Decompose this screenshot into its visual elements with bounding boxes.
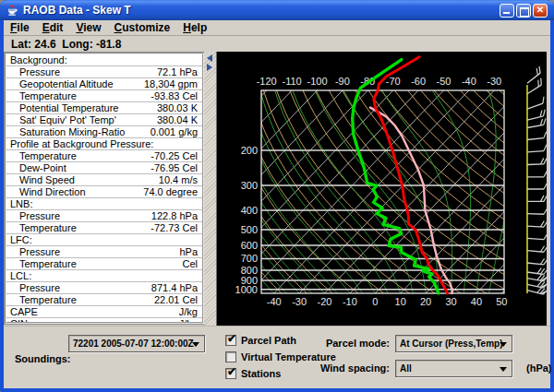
row-value: -93.83 Cel bbox=[151, 90, 202, 101]
table-row[interactable]: TemperatureCel bbox=[6, 258, 202, 270]
table-row[interactable]: Pressure122.8 hPa bbox=[6, 210, 202, 222]
table-row[interactable]: CAPEJ/kg bbox=[6, 306, 202, 318]
menu-item-customize[interactable]: Customize bbox=[108, 21, 177, 34]
parcel-mode-dropdown[interactable]: At Cursor (Press,Temp) bbox=[395, 335, 512, 352]
java-coffee-icon bbox=[6, 4, 19, 18]
svg-text:200: 200 bbox=[241, 145, 258, 156]
wind-barb bbox=[527, 220, 548, 228]
skewt-chart-panel[interactable]: -120-110-100-90-80-70-60-50-40-302003004… bbox=[216, 52, 547, 326]
wind-barb bbox=[527, 232, 548, 240]
svg-text:10: 10 bbox=[395, 296, 406, 307]
table-row[interactable]: PressurehPa bbox=[6, 246, 202, 258]
title-bar[interactable]: RAOB Data - Skew T ✕ bbox=[0, 0, 554, 20]
table-row[interactable]: Background: bbox=[6, 54, 202, 66]
row-value: 22.01 Cel bbox=[154, 294, 202, 305]
wind-spacing-value: All bbox=[400, 363, 412, 374]
row-value: 871.4 hPa bbox=[151, 282, 202, 293]
svg-text:-110: -110 bbox=[282, 76, 301, 87]
row-value: 380.04 K bbox=[157, 114, 202, 125]
soundings-dropdown[interactable]: 72201 2005-07-07 12:00:00Z bbox=[68, 335, 205, 352]
table-row[interactable]: Wind Direction74.0 degree bbox=[6, 186, 202, 198]
row-label: Pressure bbox=[6, 210, 60, 221]
menu-item-help[interactable]: Help bbox=[176, 21, 213, 34]
svg-text:-30: -30 bbox=[292, 296, 307, 307]
menu-item-file[interactable]: File bbox=[4, 21, 36, 34]
sounding-data-table[interactable]: Background:Pressure72.1 hPaGeopotential … bbox=[5, 53, 204, 324]
row-label: Temperature bbox=[6, 150, 77, 161]
row-value: 0.001 g/kg bbox=[151, 126, 202, 137]
row-label: Potential Temperature bbox=[6, 102, 118, 113]
table-row[interactable]: Wind Speed10.4 m/s bbox=[6, 174, 202, 186]
window-content: FileEditViewCustomizeHelp Lat: 24.6 Long… bbox=[4, 20, 550, 388]
svg-text:-40: -40 bbox=[462, 76, 476, 87]
svg-text:400: 400 bbox=[241, 205, 258, 216]
table-row[interactable]: Pressure72.1 hPa bbox=[6, 66, 202, 78]
table-row[interactable]: LCL: bbox=[6, 270, 202, 282]
table-row[interactable]: CINJ/kg bbox=[6, 318, 202, 324]
row-value: 380.03 K bbox=[157, 102, 202, 113]
lat-long-text: Lat: 24.6 Long: -81.8 bbox=[11, 38, 121, 51]
table-row[interactable]: Sat' Equiv' Pot' Temp'380.04 K bbox=[6, 114, 202, 126]
close-button[interactable]: ✕ bbox=[533, 4, 548, 18]
wind-barb bbox=[527, 145, 548, 152]
checked-checkbox-icon[interactable]: ✔ bbox=[225, 368, 236, 379]
row-label: LFC: bbox=[6, 234, 32, 245]
table-row[interactable]: Pressure871.4 hPa bbox=[6, 282, 202, 294]
table-row[interactable]: LNB: bbox=[6, 198, 202, 210]
wind-barb bbox=[525, 97, 546, 109]
table-row[interactable]: Profile at Background Pressure: bbox=[6, 138, 202, 150]
checkbox-label: Parcel Path bbox=[241, 335, 296, 346]
row-label: Temperature bbox=[6, 90, 77, 101]
row-value: Cel bbox=[182, 258, 202, 269]
row-label: Wind Direction bbox=[6, 186, 86, 197]
table-row[interactable]: Potential Temperature380.03 K bbox=[6, 102, 202, 114]
svg-text:-60: -60 bbox=[411, 76, 426, 87]
checkbox-label: Virtual Temperature bbox=[241, 351, 336, 362]
row-label: Sat' Equiv' Pot' Temp' bbox=[6, 114, 116, 125]
row-label: Temperature bbox=[6, 258, 77, 269]
svg-text:-70: -70 bbox=[386, 76, 401, 87]
collapse-right-icon[interactable] bbox=[207, 64, 212, 71]
wind-barb bbox=[527, 244, 548, 252]
row-label: LNB: bbox=[6, 198, 32, 209]
wind-barb bbox=[527, 208, 548, 214]
table-row[interactable]: Temperature22.01 Cel bbox=[6, 294, 202, 306]
wind-barb bbox=[527, 267, 548, 275]
chevron-down-icon bbox=[500, 367, 507, 372]
collapse-left-icon[interactable] bbox=[207, 54, 212, 62]
row-label: Saturation Mixing-Ratio bbox=[6, 126, 125, 137]
row-value: 122.8 hPa bbox=[151, 210, 202, 221]
table-row[interactable]: Temperature-93.83 Cel bbox=[6, 90, 202, 102]
table-row[interactable]: Dew-Point-76.95 Cel bbox=[6, 162, 202, 174]
checked-checkbox-icon[interactable]: ✔ bbox=[225, 335, 236, 346]
svg-text:500: 500 bbox=[241, 224, 258, 235]
table-row[interactable]: Geopotential Altitude18,304 gpm bbox=[6, 78, 202, 90]
svg-text:-100: -100 bbox=[307, 76, 327, 87]
row-label: Profile at Background Pressure: bbox=[6, 138, 153, 149]
row-label: Temperature bbox=[6, 222, 77, 233]
checkbox-stations[interactable]: ✔Stations bbox=[225, 368, 281, 379]
checkbox-virtual-temperature[interactable]: Virtual Temperature bbox=[225, 351, 336, 362]
split-pane-divider[interactable] bbox=[204, 52, 216, 326]
svg-text:-10: -10 bbox=[343, 296, 357, 307]
wind-spacing-dropdown[interactable]: All bbox=[395, 360, 512, 377]
table-row[interactable]: Temperature-72.73 Cel bbox=[6, 222, 202, 234]
minimize-button[interactable] bbox=[500, 4, 514, 18]
row-value: 74.0 degree bbox=[143, 186, 202, 197]
wind-spacing-label: Wind spacing: bbox=[318, 362, 390, 374]
row-label: LCL: bbox=[6, 270, 31, 281]
unchecked-checkbox-icon[interactable] bbox=[225, 351, 236, 362]
chevron-down-icon bbox=[192, 342, 199, 347]
table-row[interactable]: Saturation Mixing-Ratio0.001 g/kg bbox=[6, 126, 202, 138]
menu-item-edit[interactable]: Edit bbox=[36, 21, 70, 34]
row-value: -70.25 Cel bbox=[151, 150, 202, 161]
table-row[interactable]: LFC: bbox=[6, 234, 202, 246]
menu-item-view[interactable]: View bbox=[69, 21, 107, 34]
checkbox-parcel-path[interactable]: ✔Parcel Path bbox=[225, 335, 296, 346]
location-bar: Lat: 24.6 Long: -81.8 bbox=[4, 37, 550, 52]
skewt-chart[interactable]: -120-110-100-90-80-70-60-50-40-302003004… bbox=[217, 52, 548, 326]
maximize-button[interactable] bbox=[516, 4, 531, 18]
table-row[interactable]: Temperature-70.25 Cel bbox=[6, 150, 202, 162]
window-title: RAOB Data - Skew T bbox=[23, 4, 131, 17]
menu-bar: FileEditViewCustomizeHelp bbox=[4, 20, 550, 36]
